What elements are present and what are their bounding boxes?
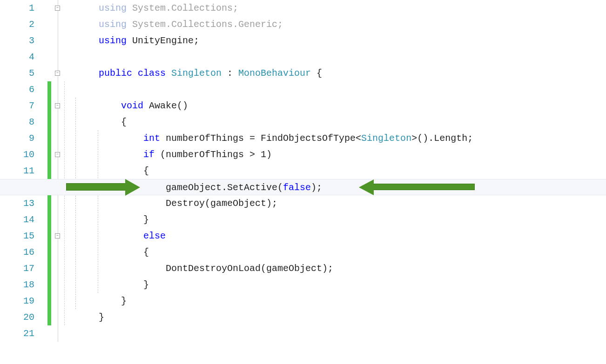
line-number: 21 <box>0 325 34 342</box>
line-number: 19 <box>0 293 34 309</box>
line-number: 7 <box>0 98 34 114</box>
code-line[interactable]: using System.Collections; <box>99 0 606 16</box>
type-monobehaviour: MonoBehaviour <box>238 68 311 79</box>
code-line[interactable] <box>99 325 606 342</box>
fold-toggle[interactable]: − <box>55 71 60 76</box>
arrow-left-icon <box>372 184 475 190</box>
code-line[interactable]: if (numberOfThings > 1) <box>99 146 606 163</box>
line-number: 3 <box>0 33 34 49</box>
arrow-right-icon <box>66 183 127 191</box>
line-number: 16 <box>0 244 34 260</box>
outline-guide <box>58 0 58 342</box>
code-line[interactable] <box>99 81 606 98</box>
code-text: { <box>311 68 322 79</box>
line-number: 5 <box>0 65 34 81</box>
keyword-false: false <box>283 182 311 193</box>
code-line[interactable]: } <box>99 293 606 309</box>
code-line[interactable]: { <box>99 163 606 179</box>
code-line[interactable] <box>99 49 606 65</box>
line-number: 10 <box>0 146 34 163</box>
brace-close: } <box>121 296 127 306</box>
type-singleton: Singleton <box>361 133 411 144</box>
keyword-class: class <box>138 68 171 79</box>
code-area[interactable]: using System.Collections; using System.C… <box>99 0 606 364</box>
code-text: Destroy(gameObject); <box>166 198 277 209</box>
code-line[interactable]: } <box>99 212 606 228</box>
line-number: 11 <box>0 163 34 179</box>
code-text: : <box>222 68 238 79</box>
outline-guide <box>64 81 65 325</box>
code-line[interactable]: } <box>99 309 606 325</box>
code-text: (numberOfThings > 1) <box>155 149 272 160</box>
brace-close: } <box>143 279 149 290</box>
code-line[interactable]: using UnityEngine; <box>99 33 606 49</box>
indent-guide <box>75 98 76 309</box>
fold-toggle[interactable]: − <box>55 6 60 11</box>
namespace-text: UnityEngine; <box>127 35 199 46</box>
line-number: 18 <box>0 277 34 293</box>
brace-open: { <box>143 165 149 176</box>
line-number: 8 <box>0 114 34 130</box>
keyword-int: int <box>143 133 160 144</box>
brace-open: { <box>143 247 149 258</box>
keyword-using: using <box>99 35 127 46</box>
code-text: ); <box>311 182 322 193</box>
line-number: 2 <box>0 16 34 33</box>
keyword-using: using <box>99 3 127 13</box>
code-line[interactable]: int numberOfThings = FindObjectsOfType<S… <box>99 130 606 146</box>
line-number: 20 <box>0 309 34 325</box>
code-line[interactable]: { <box>99 244 606 260</box>
code-text: gameObject.SetActive( <box>166 182 283 193</box>
line-number: 15 <box>0 228 34 244</box>
namespace-text: System.Collections; <box>127 3 238 13</box>
keyword-if: if <box>143 149 155 160</box>
brace-open: { <box>121 117 127 127</box>
code-line[interactable]: } <box>99 277 606 293</box>
line-number: 1 <box>0 0 34 16</box>
code-line[interactable]: { <box>99 114 606 130</box>
keyword-void: void <box>121 100 143 111</box>
keyword-else: else <box>143 231 166 241</box>
line-number: 14 <box>0 212 34 228</box>
change-bar <box>47 81 51 325</box>
brace-close: } <box>99 312 104 323</box>
code-text: DontDestroyOnLoad(gameObject); <box>166 263 333 274</box>
code-text: >().Length; <box>411 133 473 144</box>
line-number: 13 <box>0 195 34 212</box>
fold-toggle[interactable]: − <box>55 233 60 238</box>
keyword-public: public <box>99 68 138 79</box>
code-line[interactable]: Destroy(gameObject); <box>99 195 606 212</box>
type-singleton: Singleton <box>171 68 222 79</box>
code-line[interactable]: void Awake() <box>99 98 606 114</box>
code-editor: 1 2 3 4 5 6 7 8 9 10 11 12 13 14 15 16 1… <box>0 0 606 364</box>
fold-toggle[interactable]: − <box>55 152 60 157</box>
indent-guide <box>98 130 98 293</box>
keyword-using: using <box>99 19 127 30</box>
code-line[interactable]: DontDestroyOnLoad(gameObject); <box>99 260 606 277</box>
line-number: 17 <box>0 260 34 277</box>
code-line[interactable]: using System.Collections.Generic; <box>99 16 606 33</box>
method-awake: Awake() <box>143 100 188 111</box>
code-line[interactable]: public class Singleton : MonoBehaviour { <box>99 65 606 81</box>
fold-toggle[interactable]: − <box>55 103 60 108</box>
line-number: 4 <box>0 49 34 65</box>
namespace-text: System.Collections.Generic; <box>127 19 283 30</box>
brace-close: } <box>143 214 149 225</box>
code-text: numberOfThings = FindObjectsOfType< <box>160 133 361 144</box>
line-number: 9 <box>0 130 34 146</box>
line-number: 6 <box>0 81 34 98</box>
code-line[interactable]: else <box>99 228 606 244</box>
